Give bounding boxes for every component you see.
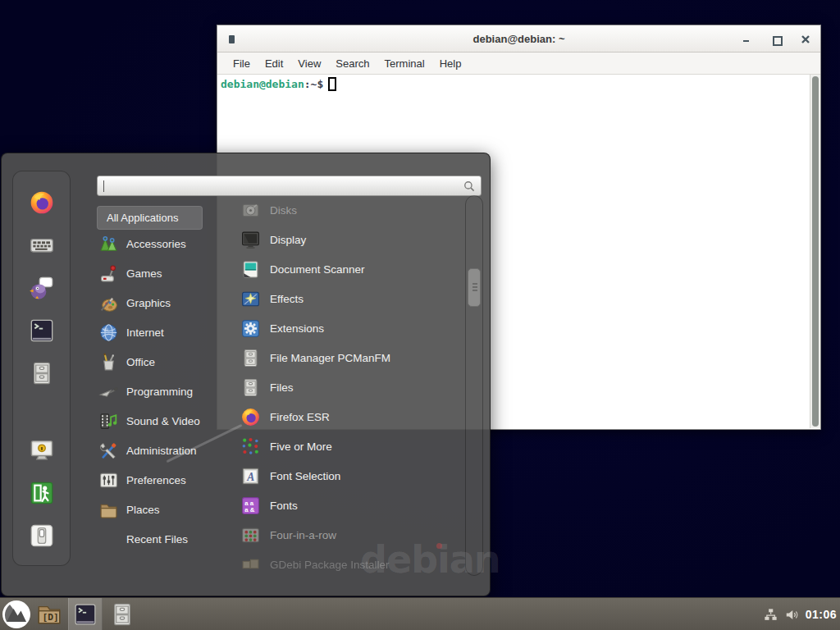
terminal-menu-file[interactable]: File (226, 54, 258, 73)
app-label: Effects (270, 293, 304, 305)
svg-text:a &: a & (244, 506, 255, 514)
four-in-a-row-icon (240, 525, 261, 546)
accessories-icon (98, 234, 119, 254)
scanner-icon (240, 259, 261, 280)
app-extensions[interactable]: Extensions (221, 313, 464, 343)
category-programming[interactable]: Programming (97, 377, 232, 406)
fonts-icon: a aa & (240, 495, 261, 516)
category-graphics[interactable]: Graphics (97, 288, 232, 317)
sidebar-lock-screen-icon[interactable] (29, 437, 55, 463)
svg-text:A: A (246, 470, 254, 482)
menu-search-box[interactable] (97, 176, 482, 196)
app-label: Five or More (270, 441, 332, 453)
debian-wallpaper-watermark: debian (360, 537, 500, 582)
file-cabinet-icon (240, 377, 261, 398)
app-label: Document Scanner (270, 263, 365, 276)
app-label: Fonts (270, 500, 298, 512)
administration-icon (98, 441, 119, 461)
terminal-cursor (328, 77, 336, 91)
sound-video-icon (98, 411, 119, 431)
app-file-manager-pcmanfm[interactable]: File Manager PCManFM (221, 343, 464, 372)
firefox-icon (240, 407, 261, 427)
category-recent-files[interactable]: Recent Files (97, 524, 232, 554)
app-disks[interactable]: Disks (221, 195, 464, 225)
prompt-user: debian@debian (221, 78, 304, 90)
app-fonts[interactable]: a aa &Fonts (221, 491, 464, 520)
search-caret (103, 180, 104, 192)
app-display[interactable]: Display (221, 225, 464, 254)
games-icon (98, 263, 119, 284)
five-or-more-icon (240, 436, 261, 457)
terminal-titlebar[interactable]: debian@debian: ~ (217, 25, 820, 52)
file-manager-launcher[interactable]: [D] (36, 601, 62, 628)
gdebi-icon (240, 555, 261, 575)
terminal-menu-edit[interactable]: Edit (258, 54, 290, 73)
app-document-scanner[interactable]: Document Scanner (221, 254, 464, 284)
sidebar-logout-icon[interactable] (29, 480, 55, 506)
app-label: Firefox ESR (270, 411, 330, 423)
app-label: File Manager PCManFM (270, 352, 390, 364)
maximize-button[interactable] (771, 34, 781, 44)
category-list: AccessoriesGamesGraphicsInternetOfficePr… (97, 229, 232, 554)
sidebar-firefox-icon[interactable] (29, 189, 55, 216)
app-files[interactable]: Files (221, 372, 464, 402)
sidebar-terminal-icon[interactable] (29, 317, 55, 344)
category-accessories[interactable]: Accessories (97, 229, 232, 258)
graphics-icon (98, 293, 119, 313)
terminal-menu-help[interactable]: Help (432, 54, 469, 73)
sidebar-pidgin-icon[interactable] (29, 275, 55, 301)
disks-icon (240, 200, 261, 221)
all-applications-button[interactable]: All Applications (97, 206, 203, 230)
sidebar-file-cabinet-icon[interactable] (29, 360, 55, 386)
effects-icon (240, 289, 261, 309)
terminal-window-icon (229, 35, 235, 43)
app-label: Font Selection (270, 470, 340, 482)
category-office[interactable]: Office (97, 347, 232, 377)
terminal-menu-view[interactable]: View (290, 54, 328, 73)
close-button[interactable] (801, 34, 810, 44)
file-cabinet-icon (240, 348, 261, 368)
app-font-selection[interactable]: AFont Selection (221, 461, 464, 491)
sidebar-keyboard-icon[interactable] (29, 232, 55, 258)
category-games[interactable]: Games (97, 258, 232, 288)
category-label: Recent Files (126, 533, 188, 546)
search-icon (462, 179, 477, 194)
prompt-path: :~$ (304, 78, 323, 90)
category-places[interactable]: Places (97, 495, 232, 524)
svg-text:[D]: [D] (42, 611, 58, 623)
app-firefox-esr[interactable]: Firefox ESR (221, 402, 464, 431)
terminal-scrollbar-thumb[interactable] (812, 76, 819, 427)
category-sound-video[interactable]: Sound & Video (97, 406, 232, 436)
menu-sidebar (12, 171, 71, 566)
preferences-icon (98, 470, 119, 491)
category-internet[interactable]: Internet (97, 317, 232, 347)
sidebar-shutdown-icon[interactable] (29, 523, 55, 549)
category-label: Internet (126, 326, 164, 339)
app-five-or-more[interactable]: Five or More (221, 431, 464, 461)
category-label: Sound & Video (126, 415, 200, 427)
menu-button[interactable] (2, 600, 31, 629)
terminal-scrollbar[interactable] (810, 75, 820, 428)
app-label: Disks (270, 204, 297, 217)
application-list: DisksDisplayDocument ScannerEffectsExten… (221, 195, 464, 576)
taskbar: [D] 01:06 (0, 597, 840, 630)
application-list-scrollbar[interactable] (465, 195, 483, 576)
category-preferences[interactable]: Preferences (97, 465, 232, 495)
terminal-menu-search[interactable]: Search (328, 54, 377, 73)
app-effects[interactable]: Effects (221, 284, 464, 313)
programming-icon (98, 381, 119, 402)
minimize-button[interactable] (742, 34, 751, 44)
files-launcher[interactable] (109, 601, 135, 628)
terminal-task-button[interactable] (68, 598, 103, 630)
volume-icon[interactable] (784, 607, 800, 623)
category-label: Programming (126, 386, 193, 398)
applications-menu: All Applications AccessoriesGamesGraphic… (1, 153, 491, 596)
terminal-menu-terminal[interactable]: Terminal (377, 54, 432, 73)
clock: 01:06 (806, 608, 837, 621)
office-icon (98, 352, 119, 372)
application-list-scrollbar-thumb[interactable] (468, 268, 481, 307)
search-input[interactable] (103, 178, 459, 194)
places-icon (98, 500, 119, 520)
network-icon[interactable] (763, 607, 778, 623)
app-label: Four-in-a-row (270, 529, 336, 541)
